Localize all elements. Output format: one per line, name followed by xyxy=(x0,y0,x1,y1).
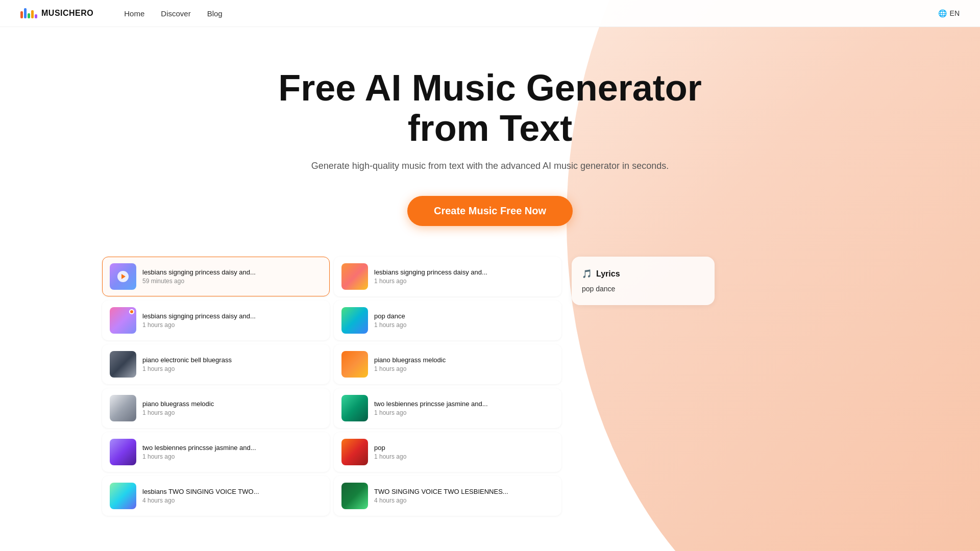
hero-title-line2: from Text xyxy=(408,108,573,148)
nav-right: 🌐 EN xyxy=(938,9,960,17)
music-card[interactable]: two lesbiennes princsse jasmine and...1 … xyxy=(334,388,561,428)
music-time: 59 minutes ago xyxy=(142,278,322,285)
notification-dot xyxy=(129,309,134,314)
music-title: two lesbiennes princsse jasmine and... xyxy=(374,400,554,408)
music-thumbnail xyxy=(341,395,368,421)
music-card[interactable]: lesbians signging princess daisy and...1… xyxy=(102,300,330,340)
music-card[interactable]: piano bluegrass melodic1 hours ago xyxy=(334,344,561,384)
nav-link-discover[interactable]: Discover xyxy=(161,9,190,18)
nav-link-home[interactable]: Home xyxy=(124,9,144,18)
logo[interactable]: MUSICHERO xyxy=(20,8,93,18)
music-title: piano electronic bell bluegrass xyxy=(142,356,322,364)
music-info: piano electronic bell bluegrass1 hours a… xyxy=(142,356,322,372)
lyrics-header: 🎵 Lyrics xyxy=(582,269,704,279)
music-title: lesbians signging princess daisy and... xyxy=(142,268,322,276)
hero-subtitle: Generate high-quality music from text wi… xyxy=(20,161,960,171)
music-time: 4 hours ago xyxy=(142,497,322,504)
music-time: 4 hours ago xyxy=(374,497,554,504)
music-card[interactable]: pop1 hours ago xyxy=(334,432,561,472)
music-thumbnail xyxy=(110,351,136,378)
play-icon xyxy=(117,271,129,282)
language-label[interactable]: EN xyxy=(950,9,960,17)
music-thumbnail xyxy=(341,483,368,509)
music-thumbnail xyxy=(110,263,136,290)
main-content: lesbians signging princess daisy and...5… xyxy=(0,246,980,516)
music-card[interactable]: TWO SINGING VOICE TWO LESBIENNES...4 hou… xyxy=(334,476,561,516)
music-info: two lesbiennes princsse jasmine and...1 … xyxy=(374,400,554,416)
logo-icon xyxy=(20,8,37,18)
music-thumbnail xyxy=(110,395,136,421)
music-thumbnail xyxy=(110,307,136,334)
hero-title: Free AI Music Generator from Text xyxy=(20,68,960,148)
music-info: lesbians signging princess daisy and...5… xyxy=(142,268,322,285)
music-info: piano bluegrass melodic1 hours ago xyxy=(374,356,554,372)
music-time: 1 hours ago xyxy=(142,365,322,372)
music-card[interactable]: lesbians signging princess daisy and...5… xyxy=(102,257,330,296)
navbar: MUSICHERO Home Discover Blog 🌐 EN xyxy=(0,0,980,27)
music-card[interactable]: two lesbiennes princsse jasmine and...1 … xyxy=(102,432,330,472)
music-info: pop1 hours ago xyxy=(374,444,554,460)
music-time: 1 hours ago xyxy=(374,365,554,372)
music-info: TWO SINGING VOICE TWO LESBIENNES...4 hou… xyxy=(374,488,554,504)
music-info: two lesbiennes princsse jasmine and...1 … xyxy=(142,444,322,460)
music-note-icon: 🎵 xyxy=(582,269,592,279)
music-info: pop dance1 hours ago xyxy=(374,312,554,329)
music-title: TWO SINGING VOICE TWO LESBIENNES... xyxy=(374,488,554,495)
translate-icon: 🌐 xyxy=(938,9,947,17)
music-time: 1 hours ago xyxy=(142,453,322,460)
music-thumbnail xyxy=(110,483,136,509)
nav-links: Home Discover Blog xyxy=(124,9,222,18)
lyrics-panel: 🎵 Lyrics pop dance xyxy=(572,257,715,305)
music-title: pop xyxy=(374,444,554,452)
music-time: 1 hours ago xyxy=(374,321,554,329)
music-time: 1 hours ago xyxy=(142,409,322,416)
lyrics-content: pop dance xyxy=(582,285,704,293)
music-info: lesbians TWO SINGING VOICE TWO...4 hours… xyxy=(142,488,322,504)
music-card[interactable]: lesbians TWO SINGING VOICE TWO...4 hours… xyxy=(102,476,330,516)
music-time: 1 hours ago xyxy=(142,321,322,329)
music-card[interactable]: lesbians signging princess daisy and...1… xyxy=(334,257,561,296)
hero-title-line1: Free AI Music Generator xyxy=(278,67,702,108)
music-title: lesbians TWO SINGING VOICE TWO... xyxy=(142,488,322,495)
music-card[interactable]: pop dance1 hours ago xyxy=(334,300,561,340)
music-card[interactable]: piano bluegrass melodic1 hours ago xyxy=(102,388,330,428)
music-title: piano bluegrass melodic xyxy=(142,400,322,408)
music-thumbnail xyxy=(341,439,368,465)
music-grid: lesbians signging princess daisy and...5… xyxy=(102,257,561,516)
music-time: 1 hours ago xyxy=(374,453,554,460)
music-info: piano bluegrass melodic1 hours ago xyxy=(142,400,322,416)
music-thumbnail xyxy=(341,351,368,378)
logo-text: MUSICHERO xyxy=(41,9,93,18)
music-thumbnail xyxy=(341,307,368,334)
music-time: 1 hours ago xyxy=(374,409,554,416)
nav-link-blog[interactable]: Blog xyxy=(207,9,223,18)
music-title: lesbians signging princess daisy and... xyxy=(142,312,322,320)
music-time: 1 hours ago xyxy=(374,278,554,285)
music-info: lesbians signging princess daisy and...1… xyxy=(142,312,322,329)
music-thumbnail xyxy=(341,263,368,290)
music-thumbnail xyxy=(110,439,136,465)
lyrics-label: Lyrics xyxy=(596,269,620,279)
music-title: lesbians signging princess daisy and... xyxy=(374,268,554,276)
music-title: two lesbiennes princsse jasmine and... xyxy=(142,444,322,452)
hero-section: Free AI Music Generator from Text Genera… xyxy=(0,27,980,246)
music-card[interactable]: piano electronic bell bluegrass1 hours a… xyxy=(102,344,330,384)
music-info: lesbians signging princess daisy and...1… xyxy=(374,268,554,285)
cta-button[interactable]: Create Music Free Now xyxy=(407,196,573,226)
music-title: pop dance xyxy=(374,312,554,320)
music-title: piano bluegrass melodic xyxy=(374,356,554,364)
